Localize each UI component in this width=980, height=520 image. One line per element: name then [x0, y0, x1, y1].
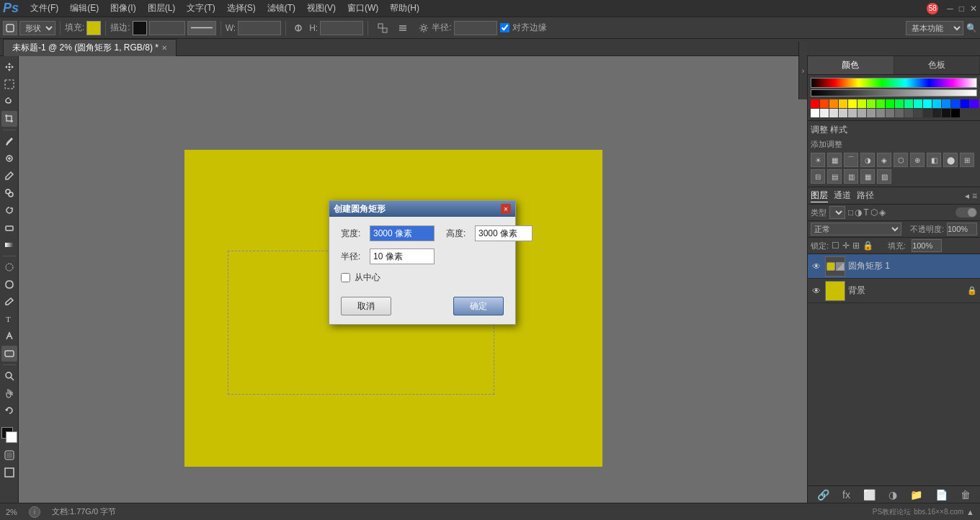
adj-brightness[interactable]: ☀ [811, 153, 825, 167]
hand-tool[interactable] [1, 385, 17, 401]
color-swatch-37[interactable] [932, 109, 941, 117]
paths-tab[interactable]: 路径 [857, 189, 874, 202]
color-swatch-11[interactable] [914, 99, 922, 108]
lock-position-icon[interactable]: ✛ [842, 241, 850, 251]
crop-tool[interactable] [1, 111, 17, 127]
adj-selective-color[interactable]: ▨ [877, 169, 891, 184]
color-tab[interactable]: 颜色 [808, 56, 894, 74]
color-swatch-12[interactable] [923, 99, 932, 108]
window-minimize[interactable]: ─ [947, 4, 953, 14]
color-swatch-14[interactable] [942, 99, 950, 108]
status-info-icon[interactable]: i [29, 506, 40, 518]
adj-invert[interactable]: ⊟ [811, 169, 825, 184]
layer-visibility-2[interactable]: 👁 [811, 285, 822, 297]
spectrum-bar[interactable] [811, 78, 977, 88]
color-swatch-39[interactable] [951, 109, 960, 117]
text-tool[interactable]: T [1, 311, 17, 327]
opacity-input[interactable] [947, 223, 977, 236]
radius-dialog-input[interactable] [370, 248, 435, 264]
chain-link[interactable] [290, 23, 306, 33]
zoom-tool[interactable] [1, 368, 17, 384]
menu-text[interactable]: 文字(T) [181, 1, 220, 16]
layer-style-icon[interactable]: fx [842, 489, 850, 501]
color-swatch-2[interactable] [829, 99, 838, 108]
layer-new-icon[interactable]: 📄 [935, 489, 948, 501]
eraser-tool[interactable] [1, 220, 17, 236]
clone-tool[interactable] [1, 185, 17, 201]
color-swatch-33[interactable] [895, 109, 904, 117]
color-swatch-35[interactable] [914, 109, 922, 117]
menu-help[interactable]: 帮助(H) [384, 1, 425, 16]
color-swatch-9[interactable] [895, 99, 904, 108]
adj-colorbalance[interactable]: ⊕ [910, 153, 925, 167]
align-edges-checkbox[interactable] [500, 23, 509, 32]
dialog-ok-button[interactable]: 确定 [453, 297, 504, 315]
history-brush-tool[interactable] [1, 202, 17, 218]
menu-filter[interactable]: 滤镜(T) [262, 1, 301, 16]
adj-exposure[interactable]: ◑ [860, 153, 875, 167]
color-swatch-26[interactable] [829, 109, 838, 117]
dialog-cancel-button[interactable]: 取消 [341, 297, 391, 315]
height-dialog-input[interactable] [475, 225, 533, 241]
color-swatch-8[interactable] [886, 99, 894, 108]
layer-group-icon[interactable]: 📁 [910, 489, 922, 501]
brightness-bar[interactable] [811, 89, 977, 97]
workspace-select[interactable]: 基本功能 [906, 21, 963, 35]
layer-item-background[interactable]: 👁 背景 🔒 [808, 279, 980, 303]
filter-smart-icon[interactable]: ◈ [879, 207, 886, 218]
blur-tool[interactable] [1, 259, 17, 275]
path-selection-tool[interactable] [1, 328, 17, 344]
color-swatch-16[interactable] [961, 99, 969, 108]
layer-delete-icon[interactable]: 🗑 [961, 489, 971, 501]
blend-mode-select[interactable]: 正常 [811, 223, 901, 236]
window-close[interactable]: ✕ [970, 4, 977, 14]
fill-color-swatch[interactable] [86, 21, 101, 35]
filter-adj-icon[interactable]: ◑ [855, 207, 862, 218]
stroke-size-input[interactable]: 2.06 点 [149, 21, 185, 35]
document-tab[interactable]: 未标题-1 @ 2% (圆角矩形 1, RGB/8) * ✕ [3, 39, 177, 56]
menu-window[interactable]: 窗口(W) [342, 1, 384, 16]
channels-tab[interactable]: 通道 [834, 189, 851, 202]
color-swatch-36[interactable] [923, 109, 932, 117]
from-center-checkbox[interactable] [341, 273, 350, 282]
transform-icon[interactable] [375, 21, 390, 35]
color-swatch-25[interactable] [820, 109, 829, 117]
gradient-tool[interactable] [1, 237, 17, 253]
adj-hue[interactable]: ⬡ [894, 153, 908, 167]
pen-tool[interactable] [1, 294, 17, 310]
width-input[interactable]: 6 像素 [238, 21, 281, 35]
tab-close-button[interactable]: ✕ [161, 44, 167, 52]
color-swatch-5[interactable] [858, 99, 866, 108]
color-swatch-31[interactable] [876, 109, 885, 117]
color-swatch-32[interactable] [886, 109, 894, 117]
eyedropper-tool[interactable] [1, 133, 17, 149]
brush-tool[interactable] [1, 168, 17, 184]
menu-image[interactable]: 图像(I) [104, 1, 141, 16]
lock-artboard-icon[interactable]: ⊞ [852, 241, 860, 251]
adj-photo-filter[interactable]: ⬤ [943, 153, 958, 167]
move-tool[interactable] [1, 59, 17, 75]
fill-input[interactable] [912, 239, 942, 252]
filter-shape-icon[interactable]: ⬡ [870, 207, 878, 218]
color-swatch-0[interactable] [811, 99, 819, 108]
adj-vibrance[interactable]: ◈ [877, 153, 891, 167]
lock-all-icon[interactable]: 🔒 [863, 241, 873, 251]
color-swatch-4[interactable] [848, 99, 857, 108]
color-swatch-38[interactable] [942, 109, 950, 117]
layer-filter-toggle[interactable] [956, 207, 977, 218]
dialog-close-button[interactable]: × [501, 204, 511, 214]
color-swatch-7[interactable] [876, 99, 885, 108]
filter-text-icon[interactable]: T [863, 207, 868, 218]
layer-visibility-1[interactable]: 👁 [811, 261, 822, 272]
layers-panel-menu[interactable]: ≡ [972, 191, 977, 201]
color-swatch-3[interactable] [839, 99, 847, 108]
color-swatch-17[interactable] [970, 99, 979, 108]
swatches-tab[interactable]: 色板 [894, 56, 981, 74]
adj-levels[interactable]: ▦ [827, 153, 842, 167]
layer-item-rounded-rect[interactable]: 👁 圆角矩形 1 [808, 254, 980, 279]
color-swatch-28[interactable] [848, 109, 857, 117]
healing-tool[interactable] [1, 151, 17, 166]
selection-tool[interactable] [1, 76, 17, 92]
color-swatch-15[interactable] [951, 99, 960, 108]
background-color[interactable] [6, 431, 17, 443]
